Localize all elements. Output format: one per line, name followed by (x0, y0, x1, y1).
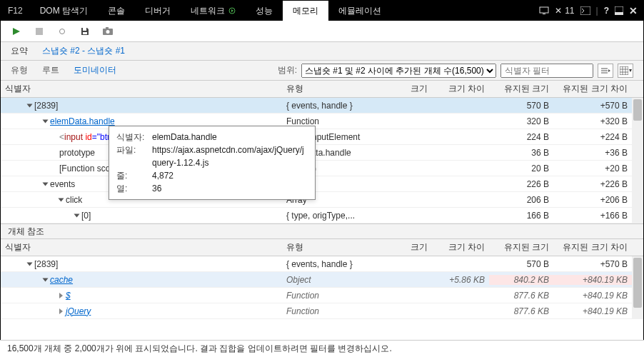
row-label: elemData.handle (50, 116, 115, 126)
row-label: jQuery (66, 306, 91, 316)
cell-type: Function (282, 116, 382, 126)
tab-console[interactable]: 콘솔 (98, 1, 135, 21)
error-count[interactable]: ✕ 11 (555, 6, 574, 16)
cell-retsize: 570 B (489, 101, 553, 111)
breadcrumb-link[interactable]: 스냅숏 #2 - 스냅숏 #1 (42, 45, 125, 57)
grid2-body: [2839]{ events, handle }570 B+570 Bcache… (1, 256, 643, 319)
svg-marker-7 (13, 28, 20, 35)
expand-icon[interactable] (59, 308, 63, 314)
scope-label: 범위: (278, 64, 297, 76)
cell-retsize: 166 B (489, 211, 553, 221)
scrollbar-grid2[interactable] (632, 256, 643, 319)
tab-debugger[interactable]: 디버거 (135, 1, 181, 21)
cell-retdiff: +570 B (553, 101, 632, 111)
titlebar: F12 DOM 탐색기 콘솔 디버거 네트워크 성능 메모리 에뮬레이션 ✕ 1… (1, 1, 643, 21)
row-label: [2839] (34, 101, 58, 111)
expand-icon[interactable] (43, 278, 49, 281)
tab-network-label: 네트워크 (191, 5, 225, 17)
svg-point-13 (106, 30, 110, 34)
table-row[interactable]: events{ click }226 B+226 B (1, 176, 643, 192)
col-sizediff[interactable]: 크기 차이 (432, 83, 489, 95)
svg-rect-9 (83, 28, 86, 31)
col-type[interactable]: 유형 (282, 83, 382, 95)
tt-v3: 4,872 (152, 169, 308, 182)
table-row[interactable]: [2839]{ events, handle }570 B+570 B (1, 98, 643, 114)
record-button[interactable] (56, 26, 68, 37)
tab-emulation[interactable]: 에뮬레이션 (328, 1, 391, 21)
filter-input[interactable] (500, 64, 593, 78)
stop-button[interactable] (34, 26, 45, 37)
root-label[interactable]: 루트 (42, 64, 59, 76)
cell-type: Function (282, 306, 382, 316)
row-label: [0] (81, 211, 91, 221)
save-button[interactable] (79, 26, 91, 37)
tab-dom-explorer[interactable]: DOM 탐색기 (30, 1, 98, 21)
cell-retdiff: +840.19 KB (553, 275, 632, 285)
console-toggle-icon[interactable] (580, 6, 590, 15)
expand-icon[interactable] (43, 182, 49, 186)
col-retsize-2[interactable]: 유지된 크기 (489, 241, 553, 253)
cell-retsize: 36 B (489, 148, 553, 158)
cell-retsize: 20 B (489, 164, 553, 174)
tab-performance[interactable]: 성능 (246, 1, 283, 21)
tt-k3: 줄: (116, 169, 152, 182)
tt-v4: 36 (152, 182, 308, 195)
cell-retsize: 320 B (489, 116, 553, 126)
play-button[interactable] (11, 26, 22, 37)
col-retdiff-2[interactable]: 유지된 크기 차이 (553, 241, 632, 253)
row-label: $ (66, 291, 71, 301)
devtools-tabs: DOM 탐색기 콘솔 디버거 네트워크 성능 메모리 에뮬레이션 (30, 1, 391, 21)
col-size-2[interactable]: 크기 (382, 241, 432, 253)
table-row[interactable]: [2839]{ events, handle }570 B+570 B (1, 256, 643, 272)
svg-rect-2 (540, 7, 548, 13)
cell-retsize: 226 B (489, 179, 553, 189)
close-icon[interactable]: ✕ (629, 5, 638, 16)
cell-retdiff: +320 B (553, 116, 632, 126)
table-row[interactable]: <input id="btn_420"> elemHTMLInputElemen… (1, 129, 643, 145)
dominator-link[interactable]: 도미네이터 (74, 64, 116, 76)
svg-marker-1 (231, 9, 233, 12)
col-id[interactable]: 식별자 (1, 83, 282, 95)
expand-icon[interactable] (27, 262, 33, 266)
tab-memory[interactable]: 메모리 (283, 1, 328, 21)
expand-icon[interactable] (27, 104, 33, 107)
table-row[interactable]: elemData.handleFunction320 B+320 B (1, 114, 643, 129)
table-row[interactable]: jQueryFunction877.6 KB+840.19 KB (1, 303, 643, 319)
cell-retsize: 206 B (489, 195, 553, 205)
tab-network[interactable]: 네트워크 (181, 1, 246, 21)
help-icon[interactable]: ? (604, 6, 609, 16)
col-sizediff-2[interactable]: 크기 차이 (432, 241, 489, 253)
table-row[interactable]: cacheObject+5.86 KB840.2 KB+840.19 KB (1, 272, 643, 288)
svg-rect-10 (83, 32, 87, 34)
expand-icon[interactable] (74, 213, 80, 217)
col-retsize[interactable]: 유지된 크기 (489, 83, 553, 95)
screen-icon[interactable] (539, 6, 549, 15)
statusbar: 16,500개 개체 중 2,000개가 위에 표시되었습니다. 결과 집합을 … (0, 340, 644, 357)
summary-bar: 요약 스냅숏 #2 - 스냅숏 #1 (1, 42, 643, 61)
svg-rect-3 (543, 14, 545, 14)
scrollbar-grid1[interactable] (632, 98, 643, 223)
table-row[interactable]: clickArray206 B+206 B (1, 192, 643, 208)
row-label: cache (50, 275, 73, 285)
table-row[interactable]: prototypeelemData.handle36 B+36 B (1, 145, 643, 161)
cell-type: { events, handle } (282, 101, 382, 111)
col-retdiff[interactable]: 유지된 크기 차이 (553, 83, 632, 95)
view-grid-button[interactable]: ▾ (618, 64, 633, 78)
camera-button[interactable] (102, 26, 114, 37)
col-type-2[interactable]: 유형 (282, 241, 382, 253)
cell-retsize: 877.6 KB (489, 291, 553, 301)
expand-icon[interactable] (59, 198, 64, 201)
expand-icon[interactable] (43, 119, 49, 123)
cell-retdiff: +20 B (553, 164, 632, 174)
row-label: [Function sco (59, 164, 110, 174)
col-id-2[interactable]: 식별자 (1, 241, 282, 253)
scope-select[interactable]: 스냅숏 #1 및 #2 사이에 추가된 개체 수(16,500) (301, 64, 496, 78)
table-row[interactable]: [Function sco(Scope)20 B+20 B (1, 161, 643, 176)
col-size[interactable]: 크기 (382, 83, 432, 95)
filter-options-button[interactable] (598, 64, 613, 78)
cell-retsize: 570 B (489, 259, 553, 269)
table-row[interactable]: [0]{ type, origType,...166 B+166 B (1, 208, 643, 223)
dock-icon[interactable] (615, 6, 623, 15)
table-row[interactable]: $Function877.6 KB+840.19 KB (1, 288, 643, 303)
expand-icon[interactable] (59, 293, 63, 298)
